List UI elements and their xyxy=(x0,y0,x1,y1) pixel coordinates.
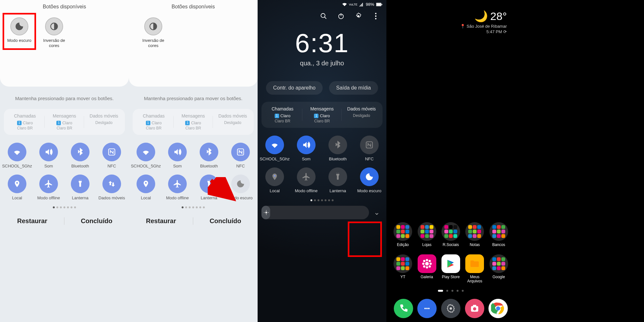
files-icon xyxy=(465,254,484,273)
location-icon xyxy=(137,175,155,193)
qs-wifi-toggle[interactable]: SCHOOL_5Ghz xyxy=(260,136,290,162)
svg-rect-46 xyxy=(473,305,476,307)
svg-point-42 xyxy=(428,308,430,309)
qs-bluetooth-toggle[interactable]: Bluetooth xyxy=(323,136,353,162)
qs-wifi-toggle[interactable]: SCHOOL_5Ghz xyxy=(131,143,161,169)
sun-icon xyxy=(263,210,269,215)
app-galeria[interactable]: Galeria xyxy=(415,254,439,283)
plane-icon xyxy=(297,167,316,186)
qs-bluetooth-toggle[interactable]: Bluetooth xyxy=(194,143,224,169)
svg-rect-13 xyxy=(382,4,382,5)
battery-icon xyxy=(376,3,383,6)
gear-icon[interactable] xyxy=(354,12,363,20)
device-control-chip[interactable]: Contr. do aparelho xyxy=(266,81,323,95)
page-indicator xyxy=(386,290,515,292)
dock-settings-icon[interactable] xyxy=(441,299,460,318)
svg-point-32 xyxy=(426,259,428,261)
nfc-icon xyxy=(231,143,250,161)
play-store-icon xyxy=(441,254,460,273)
sim-panel[interactable]: Chamadas1ClaroClaro BR Mensagens1ClaroCl… xyxy=(133,109,254,135)
qs-sound-toggle[interactable]: Som xyxy=(162,143,193,169)
red-arrow-annotation xyxy=(208,177,237,203)
wifi-icon xyxy=(342,3,347,6)
qs-moon-toggle[interactable]: Modo escuro xyxy=(354,167,384,194)
svg-point-7 xyxy=(145,182,147,184)
qs-location-toggle[interactable]: Local xyxy=(2,175,32,201)
wifi-icon xyxy=(137,143,155,161)
status-bar: VoLTE 98% xyxy=(258,0,386,9)
bluetooth-icon xyxy=(71,143,90,161)
qs-plane-toggle[interactable]: Modo offline xyxy=(291,167,321,194)
dock-chrome-icon[interactable] xyxy=(488,299,508,318)
moon-weather-icon: 🌙 xyxy=(474,10,488,23)
search-icon[interactable] xyxy=(319,12,328,20)
dock-phone-icon[interactable] xyxy=(394,299,413,318)
done-button[interactable]: Concluído xyxy=(193,213,258,229)
dark-mode-available-tile[interactable]: Modo escuro xyxy=(6,17,32,48)
svg-point-43 xyxy=(450,307,452,310)
folder-bancos[interactable]: Bancos xyxy=(487,222,510,247)
dock-camera-icon[interactable] xyxy=(465,299,484,318)
svg-point-31 xyxy=(425,262,429,265)
qs-location-toggle[interactable]: Local xyxy=(131,175,161,201)
folder-r.sociais[interactable]: R.Sociais xyxy=(439,222,462,247)
qs-location-toggle[interactable]: Local xyxy=(260,167,290,194)
qs-bluetooth-toggle[interactable]: Bluetooth xyxy=(65,143,95,169)
available-buttons-card: Botões disponíveis Modo escuro Inversão … xyxy=(0,0,129,87)
page-dots xyxy=(258,199,386,201)
qs-flashlight-toggle[interactable]: Lanterna xyxy=(65,175,95,201)
available-buttons-card: Botões disponíveis Inversão de cores xyxy=(129,0,258,87)
svg-point-33 xyxy=(426,266,428,268)
location-icon xyxy=(265,167,284,186)
brightness-expand-icon[interactable]: ⌄ xyxy=(371,207,383,218)
svg-line-15 xyxy=(325,17,327,19)
qs-nfc-toggle[interactable]: NFC xyxy=(97,143,127,169)
app-google[interactable]: Google xyxy=(487,254,510,283)
sound-icon xyxy=(168,143,187,161)
signal-icon: VoLTE xyxy=(349,3,357,6)
qs-plane-toggle[interactable]: Modo offline xyxy=(162,175,193,201)
qs-sound-toggle[interactable]: Som xyxy=(33,143,64,169)
folder-edição[interactable]: Edição xyxy=(391,222,414,247)
brightness-slider[interactable]: ⌄ xyxy=(261,206,383,219)
more-icon[interactable] xyxy=(372,12,380,20)
svg-point-37 xyxy=(429,260,431,262)
qs-wifi-toggle[interactable]: SCHOOL_5Ghz xyxy=(2,143,32,169)
svg-point-19 xyxy=(375,13,376,14)
app-yt[interactable]: YT xyxy=(391,254,414,283)
sim-panel[interactable]: Chamadas1ClaroClaro BR Mensagens1ClaroCl… xyxy=(261,102,383,128)
hint-text: Mantenha pressionado para mover os botõe… xyxy=(3,96,126,101)
qs-flashlight-toggle[interactable]: Lanterna xyxy=(323,167,353,194)
folder-lojas[interactable]: Lojas xyxy=(415,222,439,247)
app-play-store[interactable]: Play Store xyxy=(439,254,462,283)
restore-button[interactable]: Restaurar xyxy=(129,213,193,229)
dock-messages-icon[interactable] xyxy=(417,299,437,318)
color-inversion-available-tile[interactable]: Inversão de cores xyxy=(140,17,166,48)
media-output-chip[interactable]: Saída de mídia xyxy=(329,81,378,95)
app-meus-arquivos[interactable]: Meus Arquivos xyxy=(463,254,486,283)
contrast-icon xyxy=(45,17,63,35)
qs-nfc-toggle[interactable]: NFC xyxy=(354,136,384,162)
power-icon[interactable] xyxy=(337,12,345,20)
qs-nfc-toggle[interactable]: NFC xyxy=(225,143,256,169)
done-button[interactable]: Concluído xyxy=(64,213,129,229)
weather-widget[interactable]: 🌙28° 📍São José de Ribamar 5:47 PM⟳ xyxy=(460,10,507,34)
folder-notas[interactable]: Notas xyxy=(463,222,486,247)
qs-swap-toggle[interactable]: Dados móveis xyxy=(97,175,127,201)
restore-button[interactable]: Restaurar xyxy=(0,213,64,229)
sim-panel[interactable]: Chamadas1ClaroClaro BR Mensagens1ClaroCl… xyxy=(4,109,125,135)
color-inversion-available-tile[interactable]: Inversão de cores xyxy=(41,17,67,48)
svg-point-39 xyxy=(429,265,431,268)
bluetooth-icon xyxy=(200,143,218,161)
moon-icon xyxy=(10,17,28,35)
svg-point-20 xyxy=(375,15,376,17)
flashlight-icon xyxy=(71,175,90,193)
bluetooth-icon xyxy=(328,136,347,154)
svg-point-41 xyxy=(426,308,428,309)
sound-icon xyxy=(297,136,316,154)
dock xyxy=(386,299,515,318)
qs-sound-toggle[interactable]: Som xyxy=(291,136,321,162)
svg-point-40 xyxy=(424,308,426,309)
qs-plane-toggle[interactable]: Modo offline xyxy=(33,175,64,201)
svg-point-23 xyxy=(274,175,276,176)
